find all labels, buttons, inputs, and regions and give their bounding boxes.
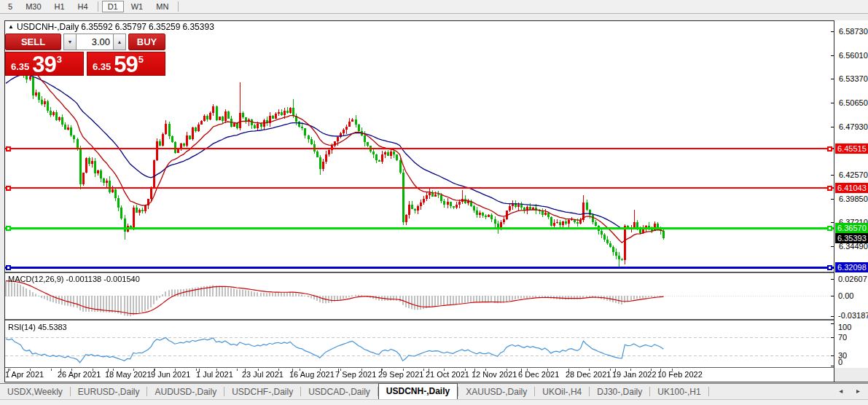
macd-indicator-label: MACD(12,26,9) -0.001138 -0.001540 bbox=[8, 275, 140, 283]
macd-scale-label: -0.03187 bbox=[838, 311, 868, 320]
price-axis-label: 6.47930 bbox=[839, 122, 868, 131]
buy-price-prefix: 6.35 bbox=[93, 61, 111, 72]
toolbar-divider bbox=[98, 1, 98, 12]
price-axis-label: 6.53370 bbox=[839, 74, 868, 83]
buy-price-sup: 5 bbox=[138, 54, 144, 65]
chart-tab-bar: USDX,WeeklyEURUSD-,DailyAUDUSD-,DailyUSD… bbox=[0, 383, 868, 399]
macd-scale-label: 0.00 bbox=[838, 291, 853, 300]
date-axis-label: 7 Sep 2021 bbox=[335, 370, 376, 379]
support-line-green[interactable] bbox=[5, 227, 834, 229]
date-axis-label: 19 Jan 2022 bbox=[612, 370, 657, 379]
date-axis-label: 21 Oct 2021 bbox=[426, 370, 469, 379]
timeframe-toolbar: 5M30H1H4D1W1MN bbox=[0, 0, 868, 14]
collapse-triangle-icon[interactable]: ▲ bbox=[8, 23, 14, 30]
one-click-trading-panel: SELL ▼ ▲ BUY 6.35 39 3 6.35 59 5 bbox=[5, 34, 165, 76]
date-axis-label: 23 Jul 2021 bbox=[242, 370, 284, 379]
tab-scroll-arrows[interactable]: ◂ ▸ bbox=[839, 387, 866, 395]
chart-tab-audusd-daily[interactable]: AUDUSD-,Daily bbox=[147, 385, 224, 398]
price-axis-label: 6.58730 bbox=[839, 27, 868, 36]
macd-scale-label: 0.02607 bbox=[838, 275, 867, 283]
ohlc-low: 6.35259 bbox=[149, 22, 180, 32]
sell-price-prefix: 6.35 bbox=[11, 61, 29, 72]
resistance-line-1[interactable] bbox=[5, 148, 834, 149]
chart-tab-usdcad-daily[interactable]: USDCAD-,Daily bbox=[301, 385, 378, 398]
price-axis-label: 6.42570 bbox=[839, 170, 868, 179]
line-handle[interactable] bbox=[6, 265, 11, 270]
sell-button[interactable]: SELL bbox=[5, 34, 61, 50]
buy-price-tile[interactable]: 6.35 59 5 bbox=[87, 52, 165, 76]
volume-input[interactable] bbox=[77, 34, 113, 50]
chart-tab-eurusd-daily[interactable]: EURUSD-,Daily bbox=[71, 385, 147, 398]
resistance-line-2[interactable] bbox=[5, 187, 834, 189]
price-badge: 6.32098 bbox=[835, 262, 868, 272]
line-handle[interactable] bbox=[6, 146, 11, 152]
date-axis-label: 9 Jun 2021 bbox=[151, 370, 190, 379]
line-handle[interactable] bbox=[6, 226, 11, 231]
timeframe-button-m30[interactable]: M30 bbox=[20, 1, 47, 12]
timeframe-button-w1[interactable]: W1 bbox=[125, 1, 149, 12]
chart-tab-xauusd-daily[interactable]: XAUUSD-,Daily bbox=[458, 385, 534, 398]
date-axis-label: 10 Feb 2022 bbox=[657, 370, 703, 379]
volume-increase-button[interactable]: ▲ bbox=[113, 34, 126, 50]
chart-tab-uk100-h1[interactable]: UK100-,H1 bbox=[650, 385, 708, 398]
chart-tab-dj30-daily[interactable]: DJ30-,Daily bbox=[590, 385, 649, 398]
rsi-scale-label: 70 bbox=[838, 333, 847, 342]
timeframe-button-mn[interactable]: MN bbox=[150, 1, 174, 12]
line-handle[interactable] bbox=[827, 146, 832, 152]
sell-price-big: 39 bbox=[32, 55, 55, 74]
tab-divider bbox=[708, 387, 709, 396]
price-badge: 6.45515 bbox=[835, 143, 868, 154]
spinner-down-icon: ▼ bbox=[68, 39, 73, 44]
buy-price-big: 59 bbox=[114, 55, 137, 74]
status-bar bbox=[0, 399, 868, 405]
rsi-indicator-label: RSI(14) 45.5383 bbox=[8, 323, 67, 331]
date-axis-label: 29 Sep 2021 bbox=[378, 370, 423, 379]
date-axis-label: 1 Jul 2021 bbox=[196, 370, 233, 379]
spinner-up-icon: ▲ bbox=[117, 39, 122, 44]
sell-price-tile[interactable]: 6.35 39 3 bbox=[5, 52, 84, 76]
timeframe-button-d1[interactable]: D1 bbox=[102, 1, 124, 12]
sell-price-sup: 3 bbox=[57, 54, 62, 65]
chart-window-border bbox=[834, 382, 868, 382]
support-line-blue[interactable] bbox=[5, 267, 834, 269]
date-axis-label: 16 Aug 2021 bbox=[289, 370, 335, 379]
date-axis-label: 18 May 2021 bbox=[105, 370, 152, 379]
ohlc-high: 6.35797 bbox=[115, 22, 146, 32]
date-axis-label: 1 Apr 2021 bbox=[5, 370, 44, 379]
chart-tab-usdchf-daily[interactable]: USDCHF-,Daily bbox=[224, 385, 300, 398]
chart-tab-usdcnh-daily[interactable]: USDCNH-,Daily bbox=[378, 383, 458, 399]
line-handle[interactable] bbox=[827, 265, 832, 270]
volume-decrease-button[interactable]: ▼ bbox=[63, 34, 77, 50]
mt4-application-window: 5M30H1H4D1W1MN ▲USDCNH-,Daily6.355926.35… bbox=[0, 0, 868, 405]
date-axis-label: 6 Dec 2021 bbox=[518, 370, 559, 379]
chart-tab-usdx-weekly[interactable]: USDX,Weekly bbox=[0, 385, 70, 398]
ohlc-open: 6.35592 bbox=[81, 22, 112, 32]
line-handle[interactable] bbox=[6, 186, 11, 191]
buy-button[interactable]: BUY bbox=[128, 34, 165, 50]
date-axis-label: 26 Apr 2021 bbox=[58, 370, 101, 379]
symbol-period-label: USDCNH-,Daily bbox=[17, 22, 79, 32]
price-badge: 6.35393 bbox=[835, 233, 868, 243]
date-axis-label: 12 Nov 2021 bbox=[472, 370, 517, 379]
chart-title: ▲USDCNH-,Daily6.355926.357976.352596.353… bbox=[8, 22, 216, 32]
price-axis-label: 6.50650 bbox=[839, 98, 868, 107]
rsi-scale-label: 0 bbox=[838, 358, 842, 366]
date-axis-label: 28 Dec 2021 bbox=[566, 370, 611, 379]
toolbar-divider bbox=[178, 1, 179, 12]
ohlc-close: 6.35393 bbox=[182, 22, 214, 32]
rsi-scale-label: 100 bbox=[838, 323, 851, 331]
price-axis-label: 6.56010 bbox=[839, 51, 868, 60]
price-badge: 6.41043 bbox=[835, 183, 868, 193]
price-axis-label: 6.39850 bbox=[839, 194, 868, 203]
timeframe-button-h1[interactable]: H1 bbox=[49, 1, 71, 12]
line-handle[interactable] bbox=[827, 226, 832, 231]
timeframe-button-h4[interactable]: H4 bbox=[72, 1, 94, 12]
chart-tab-ukoil-h4[interactable]: UKOil-,H4 bbox=[535, 385, 589, 398]
price-badge: 6.36570 bbox=[835, 223, 868, 233]
timeframe-button-5[interactable]: 5 bbox=[2, 1, 18, 12]
line-handle[interactable] bbox=[827, 186, 832, 191]
